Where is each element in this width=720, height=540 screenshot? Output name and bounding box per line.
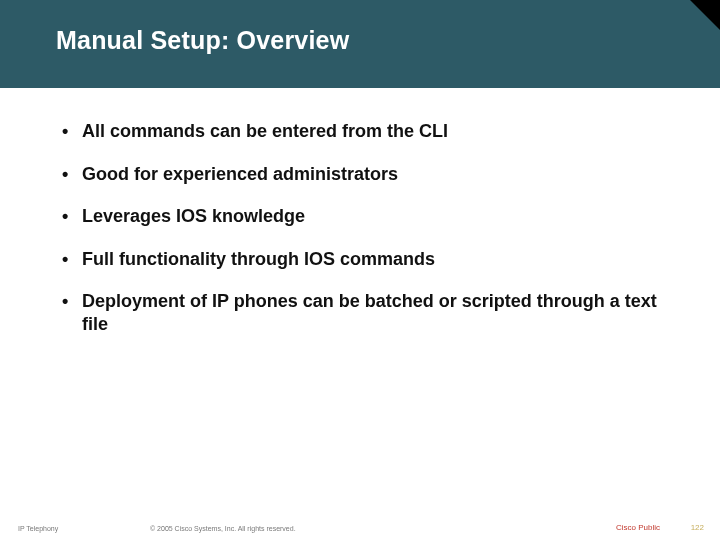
footer-copyright: © 2005 Cisco Systems, Inc. All rights re…	[150, 525, 296, 532]
footer-course: IP Telephony	[18, 525, 58, 532]
content-area: All commands can be entered from the CLI…	[60, 120, 660, 355]
bullet-item: Leverages IOS knowledge	[60, 205, 660, 228]
footer-classification: Cisco Public	[616, 523, 660, 532]
corner-accent	[690, 0, 720, 30]
slide: Manual Setup: Overview All commands can …	[0, 0, 720, 540]
footer-page-number: 122	[691, 523, 704, 532]
bullet-list: All commands can be entered from the CLI…	[60, 120, 660, 335]
slide-title: Manual Setup: Overview	[56, 26, 349, 55]
bullet-item: Full functionality through IOS commands	[60, 248, 660, 271]
bullet-item: Deployment of IP phones can be batched o…	[60, 290, 660, 335]
footer: IP Telephony © 2005 Cisco Systems, Inc. …	[0, 514, 720, 534]
bullet-item: All commands can be entered from the CLI	[60, 120, 660, 143]
bullet-item: Good for experienced administrators	[60, 163, 660, 186]
